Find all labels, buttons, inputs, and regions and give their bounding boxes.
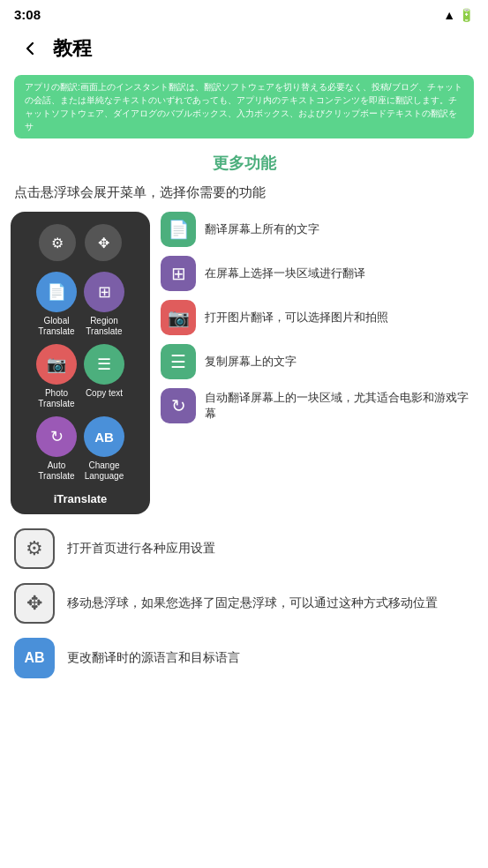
feature-copy-icon: ☰	[161, 344, 196, 379]
change-language-icon: AB	[84, 416, 124, 457]
bubble-item-auto-translate[interactable]: ↻ AutoTranslate	[36, 416, 77, 482]
main-content: ⚙ ✥ 📄 GlobalTranslate ⊞ RegionTranslate	[0, 212, 488, 514]
bottom-move-text: 移动悬浮球，如果您选择了固定悬浮球，可以通过这种方式移动位置	[67, 595, 438, 612]
feature-item: ☰ 复制屏幕上的文字	[161, 344, 477, 379]
wifi-icon: ▲	[443, 8, 455, 22]
header: 教程	[0, 26, 488, 75]
auto-translate-label: AutoTranslate	[38, 460, 74, 482]
battery-icon: 🔋	[459, 8, 474, 22]
feature-photo-icon: 📷	[161, 300, 196, 335]
bottom-settings-icon: ⚙	[14, 528, 55, 569]
bottom-items: ⚙ 打开首页进行各种应用设置 ✥ 移动悬浮球，如果您选择了固定悬浮球，可以通过这…	[0, 528, 488, 678]
top-banner: アプリの翻訳:画面上のインスタント翻訳は、翻訳ソフトウェアを切り替える必要なく、…	[14, 75, 474, 138]
bottom-item-settings: ⚙ 打开首页进行各种应用设置	[14, 528, 474, 569]
region-translate-label: RegionTranslate	[86, 316, 122, 337]
feature-item: 📷 打开图片翻译，可以选择图片和拍照	[161, 300, 477, 335]
change-language-label: ChangeLanguage	[85, 460, 124, 482]
global-translate-label: GlobalTranslate	[38, 316, 74, 337]
feature-copy-text: 复制屏幕上的文字	[205, 354, 297, 370]
bottom-language-icon: AB	[14, 638, 55, 678]
photo-translate-icon: 📷	[36, 344, 77, 385]
feature-item: ⊞ 在屏幕上选择一块区域进行翻译	[161, 256, 477, 291]
auto-translate-icon: ↻	[36, 416, 77, 457]
feature-item: ↻ 自动翻译屏幕上的一块区域，尤其适合电影和游戏字幕	[161, 388, 477, 423]
section-subtitle: 点击悬浮球会展开菜单，选择你需要的功能	[0, 184, 488, 212]
status-time: 3:08	[14, 7, 41, 22]
bubble-settings-icon[interactable]: ⚙	[39, 224, 76, 261]
feature-list: 📄 翻译屏幕上所有的文字 ⊞ 在屏幕上选择一块区域进行翻译 📷 打开图片翻译，可…	[161, 212, 477, 514]
copy-text-label: Copy text	[86, 388, 123, 399]
bubble-grid: 📄 GlobalTranslate ⊞ RegionTranslate 📷 Ph…	[36, 272, 124, 482]
feature-auto-text: 自动翻译屏幕上的一块区域，尤其适合电影和游戏字幕	[205, 390, 477, 422]
bottom-settings-text: 打开首页进行各种应用设置	[67, 540, 215, 557]
top-banner-text: アプリの翻訳:画面上のインスタント翻訳は、翻訳ソフトウェアを切り替える必要なく、…	[14, 75, 474, 138]
bottom-item-language: AB 更改翻译时的源语言和目标语言	[14, 638, 474, 678]
feature-region-icon: ⊞	[161, 256, 196, 291]
bubble-item-region-translate[interactable]: ⊞ RegionTranslate	[84, 272, 124, 337]
bottom-move-icon: ✥	[14, 583, 55, 624]
feature-item: 📄 翻译屏幕上所有的文字	[161, 212, 477, 247]
feature-global-icon: 📄	[161, 212, 196, 247]
global-translate-icon: 📄	[36, 272, 77, 312]
bubble-brand-name: iTranslate	[54, 492, 108, 505]
bubble-item-global-translate[interactable]: 📄 GlobalTranslate	[36, 272, 77, 337]
status-bar: 3:08 ▲ 🔋	[0, 0, 488, 26]
feature-auto-icon: ↻	[161, 388, 196, 423]
bubble-top-row: ⚙ ✥	[39, 224, 122, 261]
section-title: 更多功能	[0, 153, 488, 174]
feature-photo-text: 打开图片翻译，可以选择图片和拍照	[205, 310, 388, 326]
copy-text-icon: ☰	[84, 344, 124, 385]
feature-region-text: 在屏幕上选择一块区域进行翻译	[205, 266, 365, 281]
back-button[interactable]	[14, 33, 46, 64]
bottom-language-text: 更改翻译时的源语言和目标语言	[67, 649, 240, 667]
feature-global-text: 翻译屏幕上所有的文字	[205, 221, 319, 237]
photo-translate-label: PhotoTranslate	[38, 388, 74, 409]
region-translate-icon: ⊞	[84, 272, 124, 312]
bubble-move-icon[interactable]: ✥	[85, 224, 122, 261]
bubble-menu: ⚙ ✥ 📄 GlobalTranslate ⊞ RegionTranslate	[11, 212, 150, 514]
page-title: 教程	[53, 35, 92, 62]
bubble-item-photo-translate[interactable]: 📷 PhotoTranslate	[36, 344, 77, 409]
bubble-item-copy-text[interactable]: ☰ Copy text	[84, 344, 124, 409]
status-icons: ▲ 🔋	[443, 8, 474, 22]
bottom-item-move: ✥ 移动悬浮球，如果您选择了固定悬浮球，可以通过这种方式移动位置	[14, 583, 474, 624]
bubble-item-change-language[interactable]: AB ChangeLanguage	[84, 416, 124, 482]
